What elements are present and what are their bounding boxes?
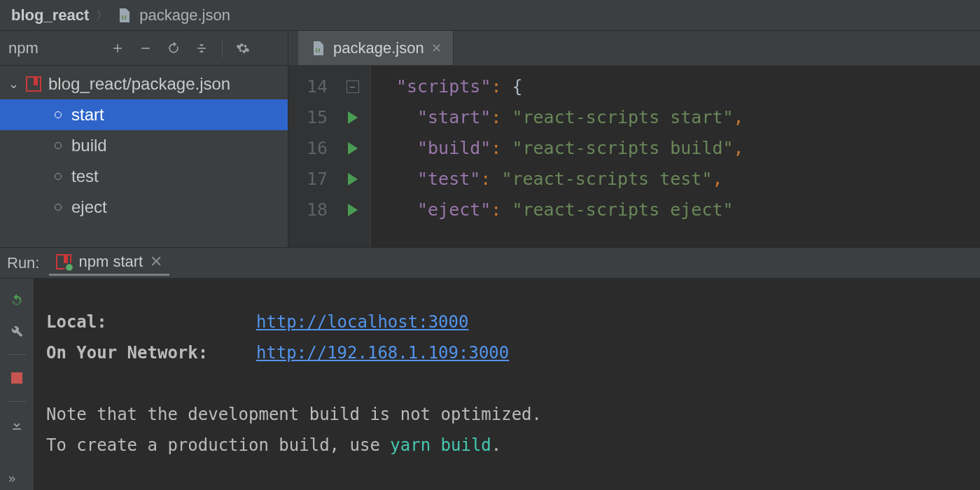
bullet-icon — [55, 111, 62, 118]
console-note-line: Note that the development build is not o… — [46, 399, 966, 430]
npm-script-eject[interactable]: eject — [55, 192, 288, 223]
gutter-run-icons: − — [335, 66, 371, 247]
npm-root-label: blog_react/package.json — [48, 74, 230, 94]
npm-script-label: test — [71, 167, 99, 186]
npm-tree-root[interactable]: ⌄ blog_react/package.json — [0, 69, 288, 99]
add-icon[interactable] — [106, 36, 130, 60]
line-number: 18 — [288, 195, 328, 225]
editor-tabs: package.json ✕ — [288, 31, 980, 66]
run-tool-window: Run: npm start ✕ » Local: http://localho… — [0, 248, 980, 490]
console-local-label: Local: — [46, 307, 256, 337]
close-tab-icon[interactable]: ✕ — [431, 41, 442, 56]
wrench-icon[interactable] — [9, 323, 24, 339]
npm-script-test[interactable]: test — [55, 161, 288, 192]
line-number: 15 — [288, 102, 328, 133]
toolbar-separator — [222, 39, 223, 57]
editor-tab[interactable]: package.json ✕ — [298, 31, 454, 65]
breadcrumb-file[interactable]: package.json — [139, 6, 230, 24]
refresh-icon[interactable] — [162, 36, 186, 60]
bullet-icon — [55, 142, 62, 149]
breadcrumb: blog_react 〉 package.json — [0, 0, 980, 31]
breadcrumb-project[interactable]: blog_react — [11, 6, 89, 24]
run-gutter-icon[interactable] — [348, 173, 358, 186]
remove-icon[interactable] — [134, 36, 158, 60]
json-file-icon — [309, 40, 326, 57]
toolbar-separator — [8, 401, 26, 402]
run-console[interactable]: Local: http://localhost:3000 On Your Net… — [34, 279, 980, 490]
npm-script-build[interactable]: build — [55, 130, 288, 161]
npm-running-icon — [56, 254, 71, 270]
line-number: 16 — [288, 133, 328, 164]
run-label: Run: — [7, 254, 39, 272]
run-tabbar: Run: npm start ✕ — [0, 248, 980, 279]
npm-script-label: eject — [71, 197, 107, 217]
bullet-icon — [55, 173, 62, 180]
code-line: "scripts": { — [396, 71, 980, 102]
console-prod-line: To create a production build, use yarn b… — [46, 430, 966, 461]
run-tab[interactable]: npm start ✕ — [49, 251, 169, 276]
run-side-toolbar: » — [0, 279, 34, 490]
json-file-icon — [115, 7, 132, 24]
editor-tab-label: package.json — [333, 39, 424, 57]
code-line: "start": "react-scripts start", — [396, 102, 980, 133]
stop-icon[interactable] — [9, 370, 24, 386]
close-run-tab-icon[interactable]: ✕ — [150, 253, 162, 271]
download-icon[interactable] — [9, 417, 24, 433]
gutter-line-numbers: 1415161718 — [288, 66, 335, 247]
run-gutter-icon[interactable] — [348, 111, 358, 124]
more-icon[interactable]: » — [8, 471, 15, 486]
code-line: "build": "react-scripts build", — [396, 133, 980, 164]
npm-scripts-tree: ⌄ blog_react/package.json startbuildtest… — [0, 66, 288, 247]
npm-icon — [26, 76, 41, 92]
line-number: 17 — [288, 164, 328, 195]
console-local-link[interactable]: http://localhost:3000 — [256, 307, 468, 337]
code-line: "eject": "react-scripts eject" — [396, 195, 980, 225]
toolbar-separator — [8, 354, 26, 355]
code-area[interactable]: "scripts": {"start": "react-scripts star… — [371, 66, 980, 247]
console-network-link[interactable]: http://192.168.1.109:3000 — [256, 337, 509, 368]
console-network-label: On Your Network: — [46, 337, 256, 368]
bullet-icon — [55, 204, 62, 211]
npm-panel-title: npm — [7, 39, 102, 57]
run-tab-label: npm start — [78, 253, 143, 271]
npm-script-start[interactable]: start — [0, 99, 288, 130]
collapse-all-icon[interactable] — [190, 36, 214, 60]
fold-icon[interactable]: − — [346, 80, 359, 93]
caret-down-icon: ⌄ — [8, 76, 19, 92]
code-line: "test": "react-scripts test", — [396, 164, 980, 195]
run-gutter-icon[interactable] — [348, 142, 358, 155]
npm-toolbar: npm — [0, 31, 288, 66]
npm-script-label: start — [71, 105, 104, 125]
npm-tool-window: npm ⌄ blog_react/package.json startbuild… — [0, 31, 288, 247]
editor: package.json ✕ 1415161718 − "scripts": {… — [288, 31, 980, 247]
gear-icon[interactable] — [231, 36, 255, 60]
npm-script-label: build — [71, 136, 107, 155]
line-number: 14 — [288, 71, 328, 102]
rerun-icon[interactable] — [9, 293, 24, 308]
run-gutter-icon[interactable] — [348, 204, 358, 216]
chevron-right-icon: 〉 — [96, 7, 108, 24]
